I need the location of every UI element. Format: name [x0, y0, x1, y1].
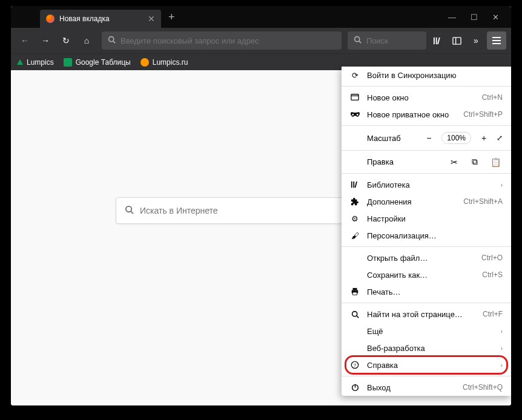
- close-window-button[interactable]: ✕: [492, 13, 499, 22]
- bookmark-sheets[interactable]: Google Таблицы: [64, 58, 131, 67]
- menu-edit: Правка ✂ ⧉ 📋: [342, 153, 511, 171]
- library-icon: [350, 180, 360, 189]
- menu-separator: [342, 173, 511, 174]
- menu-separator: [342, 86, 511, 87]
- fullscreen-button[interactable]: ⤢: [497, 134, 503, 142]
- menu-new-private[interactable]: Новое приватное окно Ctrl+Shift+P: [342, 106, 511, 123]
- chevron-right-icon: ›: [501, 182, 503, 188]
- bookmark-label: Lumpics.ru: [153, 58, 188, 67]
- app-menu-panel: ⟳ Войти в Синхронизацию Новое окно Ctrl+…: [342, 67, 511, 396]
- url-input[interactable]: [121, 36, 335, 45]
- zoom-value[interactable]: 100%: [441, 132, 471, 144]
- search-box[interactable]: [348, 31, 426, 50]
- zoom-out-button[interactable]: −: [422, 133, 435, 143]
- menu-button[interactable]: [487, 31, 506, 50]
- menu-separator: [342, 125, 511, 126]
- titlebar: Новая вкладка ✕ + — ☐ ✕: [11, 6, 511, 28]
- menu-find[interactable]: Найти на этой странице… Ctrl+F: [342, 306, 511, 323]
- svg-rect-18: [353, 292, 357, 295]
- svg-rect-11: [351, 94, 358, 100]
- menu-open-file[interactable]: Открыть файл… Ctrl+O: [342, 249, 511, 266]
- menu-more[interactable]: Ещё ›: [342, 323, 511, 340]
- maximize-button[interactable]: ☐: [471, 13, 478, 22]
- menu-developer[interactable]: Веб-разработка ›: [342, 340, 511, 356]
- menu-print[interactable]: Печать…: [342, 283, 511, 300]
- cut-button[interactable]: ✂: [447, 157, 461, 167]
- zoom-in-button[interactable]: +: [477, 133, 491, 143]
- gear-icon: ⚙: [350, 214, 360, 223]
- search-icon: [354, 36, 362, 45]
- svg-line-20: [356, 315, 358, 317]
- menu-addons[interactable]: Дополнения Ctrl+Shift+A: [342, 193, 511, 210]
- bookmark-lumpics[interactable]: Lumpics: [17, 58, 54, 67]
- bookmark-label: Lumpics: [27, 58, 54, 67]
- menu-new-window[interactable]: Новое окно Ctrl+N: [342, 89, 511, 106]
- window-controls: — ☐ ✕: [448, 13, 511, 22]
- active-tab[interactable]: Новая вкладка ✕: [40, 10, 161, 28]
- more-icon[interactable]: »: [467, 32, 484, 49]
- firefox-icon: [46, 15, 55, 23]
- menu-separator: [342, 246, 511, 247]
- svg-rect-7: [452, 37, 460, 44]
- new-tab-button[interactable]: +: [168, 11, 175, 24]
- search-icon: [350, 309, 360, 319]
- sheets-icon: [64, 58, 72, 67]
- svg-point-0: [109, 37, 114, 42]
- svg-point-2: [355, 37, 360, 42]
- paste-button[interactable]: 📋: [488, 157, 503, 167]
- menu-settings[interactable]: ⚙ Настройки: [342, 210, 511, 227]
- drive-icon: [17, 59, 23, 65]
- puzzle-icon: [350, 197, 360, 206]
- svg-point-19: [352, 311, 357, 316]
- svg-rect-13: [351, 182, 352, 188]
- menu-sync[interactable]: ⟳ Войти в Синхронизацию: [342, 67, 511, 84]
- forward-button[interactable]: →: [36, 31, 55, 50]
- svg-line-3: [359, 41, 361, 43]
- printer-icon: [350, 287, 360, 297]
- svg-text:?: ?: [354, 363, 357, 368]
- svg-rect-16: [353, 288, 357, 290]
- sidebar-icon[interactable]: [448, 32, 465, 49]
- svg-rect-15: [355, 182, 357, 188]
- home-button[interactable]: ⌂: [78, 31, 96, 50]
- bookmark-lumpicsru[interactable]: Lumpics.ru: [140, 58, 188, 67]
- brush-icon: 🖌: [350, 231, 360, 240]
- svg-rect-4: [433, 37, 434, 44]
- menu-separator: [342, 150, 511, 151]
- svg-rect-14: [353, 182, 354, 188]
- url-bar[interactable]: [102, 31, 342, 50]
- menu-customize[interactable]: 🖌 Персонализация…: [342, 227, 511, 244]
- search-icon: [108, 36, 116, 45]
- menu-quit[interactable]: Выход Ctrl+Shift+Q: [342, 379, 511, 396]
- menu-separator: [342, 376, 511, 376]
- copy-button[interactable]: ⧉: [467, 157, 482, 167]
- menu-separator: [342, 303, 511, 303]
- close-tab-icon[interactable]: ✕: [148, 14, 155, 24]
- minimize-button[interactable]: —: [448, 13, 456, 22]
- tab-title: Новая вкладка: [59, 15, 143, 23]
- chevron-right-icon: ›: [501, 345, 503, 352]
- site-icon: [140, 58, 149, 67]
- reload-button[interactable]: ↻: [57, 31, 75, 50]
- toolbar: ← → ↻ ⌂ »: [11, 28, 511, 53]
- browser-window: Новая вкладка ✕ + — ☐ ✕ ← → ↻ ⌂: [11, 6, 511, 405]
- svg-point-9: [126, 206, 131, 212]
- sync-icon: ⟳: [350, 70, 360, 80]
- svg-rect-6: [437, 37, 440, 44]
- library-icon[interactable]: [429, 32, 446, 49]
- chevron-right-icon: ›: [501, 362, 503, 369]
- search-input[interactable]: [366, 36, 420, 45]
- help-icon: ?: [350, 360, 360, 370]
- svg-line-1: [113, 41, 115, 43]
- window-icon: [350, 93, 360, 102]
- bookmark-label: Google Таблицы: [76, 58, 131, 67]
- menu-library[interactable]: Библиотека ›: [342, 176, 511, 193]
- search-icon: [125, 205, 134, 216]
- svg-rect-5: [435, 37, 437, 44]
- zoom-label: Масштаб: [350, 134, 416, 143]
- mask-icon: [350, 110, 360, 119]
- menu-save-as[interactable]: Сохранить как… Ctrl+S: [342, 266, 511, 283]
- menu-help[interactable]: ? Справка ›: [342, 356, 511, 373]
- chevron-right-icon: ›: [501, 328, 503, 335]
- edit-label: Правка: [350, 157, 441, 166]
